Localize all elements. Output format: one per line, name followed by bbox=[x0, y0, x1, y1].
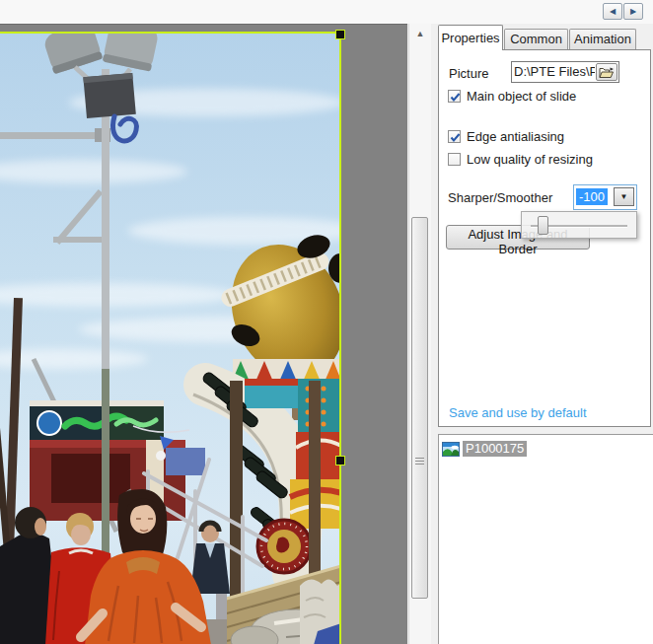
right-arrow-icon: ▶ bbox=[630, 7, 636, 16]
checkbox-main-object-of-slide[interactable]: Main object of slide bbox=[448, 89, 576, 103]
previous-slide-button[interactable]: ◀ bbox=[603, 3, 622, 20]
application-window: ◀ ▶ bbox=[0, 0, 653, 644]
vertical-scrollbar[interactable]: ▲ bbox=[408, 24, 431, 644]
sharper-smoother-slider-popup bbox=[521, 211, 637, 239]
scrollbar-grip-icon bbox=[415, 458, 424, 465]
scrollbar-up-arrow-icon[interactable]: ▲ bbox=[409, 26, 431, 41]
save-as-default-link[interactable]: Save and use by default bbox=[449, 405, 587, 420]
resize-handle-top-right[interactable] bbox=[335, 30, 345, 39]
checkbox-low-quality-resizing[interactable]: Low quality of resizing bbox=[448, 152, 593, 166]
check-icon bbox=[449, 131, 462, 144]
tab-label: Properties bbox=[441, 31, 499, 45]
sharper-smoother-value: -100 bbox=[576, 188, 608, 205]
checkbox-label: Main object of slide bbox=[467, 89, 576, 104]
chevron-down-icon: ▼ bbox=[620, 192, 628, 201]
combobox-dropdown-button[interactable]: ▼ bbox=[614, 187, 634, 206]
slide-objects-list[interactable]: P1000175 bbox=[438, 434, 653, 644]
list-item[interactable]: P1000175 bbox=[442, 441, 527, 457]
checkbox-label: Edge antialiasing bbox=[467, 129, 564, 144]
check-icon bbox=[449, 91, 462, 104]
next-slide-button[interactable]: ▶ bbox=[623, 3, 643, 20]
image-file-icon bbox=[442, 442, 460, 457]
left-arrow-icon: ◀ bbox=[610, 7, 616, 16]
slide-image-preview[interactable] bbox=[0, 34, 341, 644]
tab-common[interactable]: Common bbox=[504, 29, 568, 50]
properties-pane: Picture D:\PTE Files\PTE\wc Main object … bbox=[438, 49, 651, 427]
checkbox-box[interactable] bbox=[448, 130, 461, 143]
tab-label: Common bbox=[510, 32, 562, 46]
browse-file-button[interactable] bbox=[596, 63, 617, 81]
object-name: P1000175 bbox=[463, 441, 527, 457]
checkbox-box[interactable] bbox=[448, 90, 461, 103]
resize-handle-middle-right[interactable] bbox=[335, 456, 345, 465]
checkbox-label: Low quality of resizing bbox=[467, 152, 593, 167]
open-folder-icon bbox=[599, 67, 615, 79]
scrollbar-thumb[interactable] bbox=[411, 217, 428, 599]
checkbox-box[interactable] bbox=[448, 153, 461, 166]
tab-properties[interactable]: Properties bbox=[438, 25, 503, 50]
picture-label: Picture bbox=[449, 66, 488, 81]
top-toolbar: ◀ ▶ bbox=[0, 0, 653, 24]
picture-path-value: D:\PTE Files\PTE\wc bbox=[514, 64, 595, 79]
sharper-smoother-combobox[interactable]: -100 ▼ bbox=[573, 184, 637, 210]
sharper-smoother-label: Sharper/Smoother bbox=[448, 190, 552, 205]
checkbox-edge-antialiasing[interactable]: Edge antialiasing bbox=[448, 129, 564, 143]
picture-path-input[interactable]: D:\PTE Files\PTE\wc bbox=[511, 61, 619, 83]
smoothness-slider-thumb[interactable] bbox=[538, 216, 548, 235]
tab-label: Animation bbox=[574, 32, 631, 46]
slide-editor-canvas[interactable] bbox=[0, 24, 407, 644]
tab-animation[interactable]: Animation bbox=[569, 29, 636, 50]
